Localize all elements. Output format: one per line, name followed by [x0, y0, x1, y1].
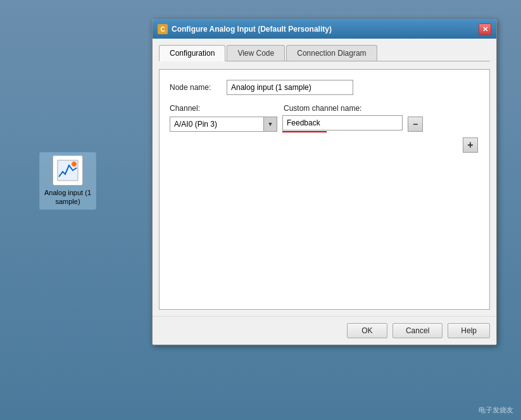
title-bar-buttons: ✕ [479, 23, 491, 35]
custom-channel-name-input[interactable] [282, 115, 403, 130]
custom-name-input-wrapper [282, 115, 403, 132]
desktop-icon-image [53, 155, 83, 186]
node-name-row: Node name: [170, 80, 479, 95]
channel-label: Channel: [170, 104, 284, 113]
channel-section: Channel: Custom channel name: A/AI0 (Pin… [170, 104, 479, 153]
node-name-label: Node name: [170, 83, 227, 92]
tab-view-code[interactable]: View Code [227, 45, 285, 61]
channel-labels-row: Channel: Custom channel name: [170, 104, 479, 113]
title-icon-text: C [160, 26, 165, 33]
dialog-footer: OK Cancel Help [153, 316, 496, 345]
title-bar: C Configure Analog Input (Default Person… [153, 20, 496, 39]
add-channel-button[interactable]: + [463, 137, 478, 153]
watermark: 电子发烧友 [479, 405, 513, 415]
tab-configuration[interactable]: Configuration [159, 45, 225, 61]
plus-btn-row: + [170, 137, 479, 153]
remove-channel-button[interactable]: − [408, 117, 423, 132]
close-button[interactable]: ✕ [479, 23, 491, 35]
node-name-input[interactable] [227, 80, 353, 95]
title-bar-icon: C [158, 24, 168, 34]
content-area: Node name: Channel: Custom channel name: [159, 69, 490, 310]
custom-channel-name-label: Custom channel name: [284, 104, 361, 113]
dialog-body: Configuration View Code Connection Diagr… [153, 39, 496, 316]
tab-connection-diagram[interactable]: Connection Diagram [286, 45, 377, 61]
channel-select[interactable]: A/AI0 (Pin 3) A/AI1 (Pin 5) A/AI2 (Pin 7… [170, 117, 277, 132]
tabs-bar: Configuration View Code Connection Diagr… [159, 45, 490, 61]
desktop-icon-label: Analog input (1 sample) [42, 188, 93, 207]
input-error-underline [282, 131, 327, 132]
title-bar-text: Configure Analog Input (Default Personal… [172, 25, 479, 34]
channel-select-wrapper: A/AI0 (Pin 3) A/AI1 (Pin 5) A/AI2 (Pin 7… [170, 117, 277, 132]
dialog-window: C Configure Analog Input (Default Person… [152, 19, 497, 345]
ok-button[interactable]: OK [347, 323, 387, 338]
desktop: Analog input (1 sample) C Configure Anal… [0, 0, 521, 420]
desktop-icon-analog-input[interactable]: Analog input (1 sample) [39, 152, 96, 210]
channel-inputs-row: A/AI0 (Pin 3) A/AI1 (Pin 5) A/AI2 (Pin 7… [170, 115, 479, 132]
cancel-button[interactable]: Cancel [392, 323, 443, 338]
help-button[interactable]: Help [448, 323, 490, 338]
